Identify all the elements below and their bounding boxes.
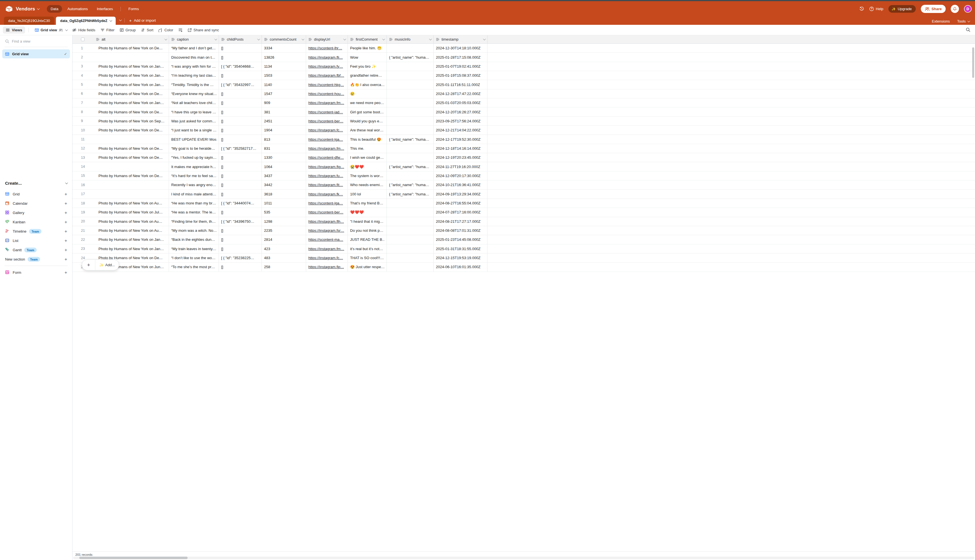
cell-timestamp[interactable]: 2024-12-19T20:23:45.000Z [434,153,488,162]
cell-commentsCount[interactable]: 3334 [262,44,306,52]
cell-commentsCount[interactable]: 1298 [262,217,306,226]
cell-timestamp[interactable]: 2025-01-23T14:45:08.000Z [434,235,488,244]
table-tab-chevron-down-icon[interactable] [109,19,112,22]
cell-firstComment[interactable]: This me. [348,144,387,153]
cell-timestamp[interactable]: 2025-01-07T19:02:41.000Z [434,62,488,71]
cell-timestamp[interactable]: 2024-11-27T19:16:20.000Z [434,162,488,171]
cell-timestamp[interactable]: 2024-12-09T20:17:30.000Z [434,172,488,180]
cell-childPosts[interactable]: [] [219,117,262,125]
cell-commentsCount[interactable]: 1330 [262,153,306,162]
cell-displayUrl[interactable]: https://instagram.fm… [306,98,348,107]
cell-alt[interactable]: 8Photo by Humans of New York on De… [72,107,169,116]
cell-commentsCount[interactable]: 483 [262,253,306,262]
select-all-checkbox[interactable] [81,38,85,41]
cell-commentsCount[interactable]: 831 [262,144,306,153]
add-view-plus-icon[interactable]: + [65,238,67,243]
column-menu-chevron-icon[interactable] [257,38,260,40]
cell-displayUrl[interactable]: https://scontent-iad… [306,107,348,116]
cell-firstComment[interactable]: 100 lol [348,190,387,198]
cell-musicInfo[interactable] [387,153,434,162]
cell-caption[interactable]: “I just want to be a single … [169,126,219,135]
cell-alt[interactable]: 20Photo by Humans of New York on Au… [72,217,169,226]
cell-alt[interactable]: 16 [72,180,169,189]
sidebar-view-grid-view[interactable]: Grid view ✓ [2,49,70,58]
cell-caption[interactable]: “I have this urge to leave … [169,107,219,116]
cell-musicInfo[interactable] [387,208,434,217]
column-menu-chevron-icon[interactable] [164,38,167,40]
cell-musicInfo[interactable] [387,44,434,52]
cell-musicInfo[interactable] [387,62,434,71]
cell-timestamp[interactable]: 2024-08-08T17:01:31.000Z [434,226,488,235]
nav-tab-interfaces[interactable]: Interfaces [93,5,117,13]
color-button[interactable]: Color [156,27,176,33]
cell-commentsCount[interactable]: 1134 [262,62,306,71]
cell-firstComment[interactable]: Do you not think p… [348,226,387,235]
table-list-chevron-down-icon[interactable] [119,18,122,21]
cell-musicInfo[interactable]: { "artist_name": "huma… [387,135,434,143]
nav-tab-forms[interactable]: Forms [125,5,142,13]
cell-timestamp[interactable]: 2024-08-27T16:55:04.000Z [434,199,488,208]
cell-childPosts[interactable]: [] [219,172,262,180]
cell-alt[interactable]: 19Photo by Humans of New York on Jul… [72,208,169,217]
cell-alt[interactable]: 22Photo by Humans of New York on Jan… [72,235,169,244]
row-height-button[interactable] [176,27,185,33]
cell-displayUrl[interactable]: https://scontent-hkg… [306,80,348,89]
sidebar-create-new-section[interactable]: New sectionTeam+ [0,255,72,264]
cell-alt[interactable]: 17 [72,190,169,198]
cell-commentsCount[interactable]: 1547 [262,89,306,98]
nav-tab-data[interactable]: Data [47,5,62,13]
column-header-childPosts[interactable]: childPosts [219,35,262,43]
cell-musicInfo[interactable] [387,245,434,253]
cell-childPosts[interactable]: [ { "id": "352582717… [219,144,262,153]
cell-alt[interactable]: 6Photo by Humans of New York on De… [72,89,169,98]
cell-childPosts[interactable]: [] [219,226,262,235]
cell-caption[interactable]: “I’m teaching my last clas… [169,71,219,80]
cell-firstComment[interactable]: we need more peo… [348,98,387,107]
cell-caption[interactable]: “My goal is to be heralde… [169,144,219,153]
add-or-import-button[interactable]: + Add or import [129,18,156,23]
cell-displayUrl[interactable]: https://instagram.fc… [306,253,348,262]
add-record-button[interactable]: + [82,260,95,270]
cell-alt[interactable]: 10Photo by Humans of New York on De… [72,126,169,135]
cell-firstComment[interactable]: ❤️❤️❤️ [348,208,387,217]
cell-musicInfo[interactable]: { "artist_name": "huma… [387,162,434,171]
cell-caption[interactable]: It makes me appreciate h… [169,162,219,171]
cell-firstComment[interactable]: 😭❤️❤️ [348,162,387,171]
cell-caption[interactable]: “Yes, I fucked up by sayin… [169,153,219,162]
cell-commentsCount[interactable]: 2451 [262,117,306,125]
cell-alt[interactable]: 23Photo by Humans of New York on Jan… [72,245,169,253]
cell-alt[interactable]: 3Photo by Humans of New York on Jan… [72,62,169,71]
cell-alt[interactable]: 15Photo by Humans of New York on De… [72,172,169,180]
cell-commentsCount[interactable]: 258 [262,263,306,271]
add-view-plus-icon[interactable]: + [65,220,67,225]
cell-displayUrl[interactable]: https://scontent-hou… [306,89,348,98]
add-with-ai-button[interactable]: ✨ Add... [95,260,119,270]
cell-displayUrl[interactable]: https://instagram.fm… [306,245,348,253]
cell-musicInfo[interactable] [387,117,434,125]
base-name[interactable]: Vendors [16,6,35,12]
cell-musicInfo[interactable] [387,80,434,89]
cell-caption[interactable]: “He was more than my br… [169,199,219,208]
cell-displayUrl[interactable]: https://scontent-dfw… [306,153,348,162]
cell-displayUrl[interactable]: https://scontent-ma… [306,235,348,244]
cell-musicInfo[interactable] [387,199,434,208]
cell-timestamp[interactable]: 2024-08-21T17:27:17.000Z [434,217,488,226]
cell-musicInfo[interactable] [387,71,434,80]
column-menu-chevron-icon[interactable] [343,38,346,40]
cell-displayUrl[interactable]: https://scontent-lhr… [306,44,348,52]
cell-musicInfo[interactable] [387,107,434,116]
cell-caption[interactable]: “I don’t like to use the wo… [169,253,219,262]
cell-caption[interactable]: “My father and I don’t get… [169,44,219,52]
cell-musicInfo[interactable] [387,89,434,98]
cell-commentsCount[interactable]: 2235 [262,226,306,235]
cell-displayUrl[interactable]: https://scontent-ber… [306,117,348,125]
cell-musicInfo[interactable] [387,226,434,235]
cell-caption[interactable]: “Finding time for them, th… [169,217,219,226]
cell-commentsCount[interactable]: 535 [262,208,306,217]
nav-tab-automations[interactable]: Automations [64,5,92,13]
cell-commentsCount[interactable]: 909 [262,98,306,107]
cell-childPosts[interactable]: [ { "id": "35432997… [219,80,262,89]
grid-view-selector[interactable]: Grid view [32,27,70,33]
table-tab-active[interactable]: data_Og5Zq6ZPNhWb5ydeZ [56,17,115,25]
column-header-timestamp[interactable]: timestamp [434,35,488,43]
